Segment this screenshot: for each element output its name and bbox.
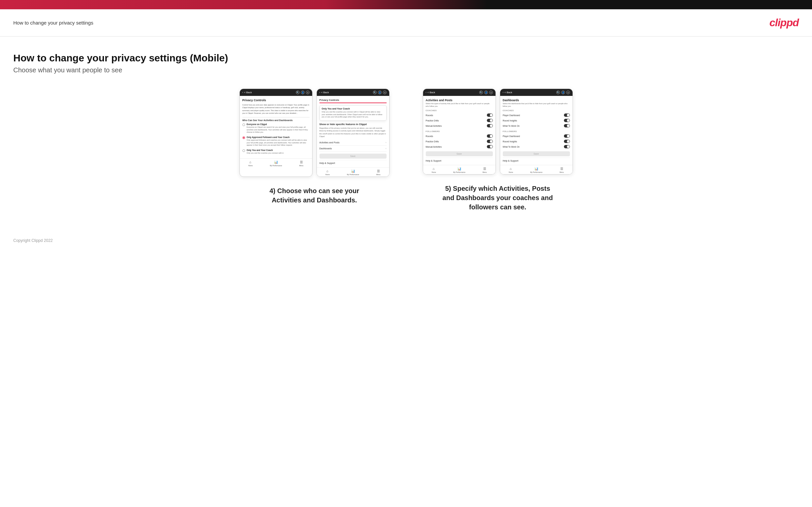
round-insights-coaches: Round Insights — [503, 118, 570, 123]
player-dash-followers-toggle[interactable] — [564, 134, 570, 138]
drills-followers-toggle[interactable] — [487, 140, 493, 143]
drills-coaches-label: Practice Drills — [426, 119, 439, 122]
radio-only-you[interactable] — [243, 149, 245, 152]
nav-menu-4[interactable]: ☰ Menu — [560, 167, 564, 173]
option-everyone-label: Everyone on Clippd — [247, 123, 309, 125]
chart-icon-2: 📊 — [351, 169, 355, 173]
manual-followers-toggle[interactable] — [487, 145, 493, 148]
back-label-2: < Back — [321, 91, 329, 94]
option-everyone[interactable]: Everyone on Clippd Everyone on Clippd ca… — [243, 123, 309, 134]
search-icon-1[interactable]: 🔍 — [296, 91, 300, 94]
back-label-3: < Back — [427, 91, 435, 94]
home-icon-2: ⌂ — [326, 169, 328, 173]
back-button-2[interactable]: ‹ < Back — [319, 91, 329, 94]
round-insights-coaches-toggle[interactable] — [564, 119, 570, 122]
player-dash-coaches-toggle[interactable] — [564, 113, 570, 117]
manual-followers-label: Manual Activities — [426, 146, 442, 148]
search-icon-2[interactable]: 🔍 — [373, 91, 376, 94]
header: How to change your privacy settings clip… — [0, 9, 812, 37]
round-insights-followers-toggle[interactable] — [564, 140, 570, 143]
save-btn-2[interactable]: Save — [319, 154, 387, 159]
back-button-1[interactable]: ‹ < Back — [243, 91, 252, 94]
back-button-4[interactable]: ‹ < Back — [503, 91, 512, 94]
help-support-2: Help & Support — [319, 160, 387, 166]
phones-pair-2: ‹ < Back 🔍 👤 ⚙ Activities and Posts Sele… — [423, 89, 573, 174]
nav-menu-2[interactable]: ☰ Menu — [376, 169, 380, 175]
bottom-nav-1: ⌂ Home 📊 My Performance ☰ Menu — [240, 158, 312, 168]
option-followers-coach[interactable]: Only Approved Followers and Your Coach O… — [243, 136, 309, 147]
rounds-followers-toggle[interactable] — [487, 134, 493, 138]
person-icon-2[interactable]: 👤 — [378, 91, 382, 94]
search-icon-4[interactable]: 🔍 — [556, 91, 560, 94]
save-btn-4[interactable]: Save — [503, 151, 570, 156]
bottom-nav-3: ⌂ Home 📊 My Performance ☰ Menu — [423, 165, 496, 174]
manual-coaches: Manual Activities — [426, 123, 493, 128]
back-arrow-3: ‹ — [426, 91, 427, 94]
topbar-icons-4: 🔍 👤 ⚙ — [556, 91, 570, 94]
player-dash-followers-label: Player Dashboard — [503, 135, 520, 137]
nav-performance-2[interactable]: 📊 My Performance — [347, 169, 359, 175]
show-hide-section: Show or hide specific features in Clippd… — [319, 123, 387, 159]
activities-posts-label: Activities and Posts — [319, 142, 340, 144]
nav-performance-3[interactable]: 📊 My Performance — [453, 167, 466, 173]
search-icon-3[interactable]: 🔍 — [479, 91, 483, 94]
rounds-followers-label: Rounds — [426, 135, 433, 137]
rounds-coaches-toggle[interactable] — [487, 113, 493, 117]
nav-home-2[interactable]: ⌂ Home — [325, 169, 329, 175]
player-dash-coaches: Player Dashboard — [503, 112, 570, 118]
top-bar-gradient — [0, 0, 812, 9]
round-insights-coaches-label: Round Insights — [503, 119, 517, 122]
menu-icon-2: ☰ — [377, 169, 380, 173]
nav-home-4[interactable]: ⌂ Home — [508, 167, 513, 173]
settings-icon-2[interactable]: ⚙ — [383, 91, 387, 94]
nav-home-1[interactable]: ⌂ Home — [248, 160, 252, 167]
nav-menu-1[interactable]: ☰ Menu — [299, 160, 304, 167]
person-icon-4[interactable]: 👤 — [561, 91, 565, 94]
manual-coaches-label: Manual Activities — [426, 125, 442, 127]
header-title: How to change your privacy settings — [13, 20, 93, 25]
radio-followers-coach[interactable] — [243, 136, 245, 139]
save-btn-3[interactable]: Save — [426, 151, 493, 156]
phone-topbar-1: ‹ < Back 🔍 👤 ⚙ — [240, 89, 312, 96]
settings-icon-1[interactable]: ⚙ — [306, 91, 309, 94]
what-to-work-followers-toggle[interactable] — [564, 145, 570, 148]
nav-performance-4[interactable]: 📊 My Performance — [530, 167, 543, 173]
option-everyone-text: Everyone on Clippd Everyone on Clippd ca… — [247, 123, 309, 134]
radio-everyone[interactable] — [243, 123, 245, 126]
activities-posts-row[interactable]: Activities and Posts › — [319, 140, 387, 146]
nav-menu-3[interactable]: ☰ Menu — [483, 167, 487, 173]
menu-icon-4: ☰ — [560, 167, 563, 171]
what-to-work-coaches-toggle[interactable] — [564, 124, 570, 127]
dashboards-row[interactable]: Dashboards › — [319, 146, 387, 152]
coaches-label-3: COACHES — [426, 110, 493, 111]
phone-topbar-2: ‹ < Back 🔍 👤 ⚙ — [317, 89, 389, 96]
drills-coaches-toggle[interactable] — [487, 119, 493, 122]
home-icon-1: ⌂ — [249, 160, 251, 164]
phone-topbar-4: ‹ < Back 🔍 👤 ⚙ — [500, 89, 572, 96]
screenshots-row: ‹ < Back 🔍 👤 ⚙ Privacy Controls Control … — [13, 89, 799, 212]
option-only-you[interactable]: Only You and Your Coach Only you and the… — [243, 149, 309, 155]
person-icon-3[interactable]: 👤 — [484, 91, 488, 94]
back-label-1: < Back — [244, 91, 252, 94]
settings-icon-4[interactable]: ⚙ — [566, 91, 570, 94]
top-bar — [0, 0, 812, 9]
rounds-followers: Rounds — [426, 133, 493, 139]
nav-home-3[interactable]: ⌂ Home — [432, 167, 436, 173]
back-label-4: < Back — [504, 91, 512, 94]
back-button-3[interactable]: ‹ < Back — [426, 91, 436, 94]
menu-icon-3: ☰ — [483, 167, 486, 171]
settings-icon-3[interactable]: ⚙ — [489, 91, 493, 94]
caption-1: 4) Choose who can see your Activities an… — [258, 186, 371, 205]
logo: clippd — [769, 16, 799, 29]
rounds-coaches: Rounds — [426, 112, 493, 118]
option-only-you-text: Only You and Your Coach Only you and the… — [247, 149, 284, 155]
person-icon-1[interactable]: 👤 — [301, 91, 305, 94]
show-hide-title: Show or hide specific features in Clippd — [319, 123, 387, 126]
manual-coaches-toggle[interactable] — [487, 124, 493, 127]
chart-icon-3: 📊 — [457, 167, 461, 171]
rounds-coaches-label: Rounds — [426, 114, 433, 116]
performance-label-1: My Performance — [270, 165, 282, 167]
home-icon-3: ⌂ — [433, 167, 435, 171]
nav-performance-1[interactable]: 📊 My Performance — [270, 160, 282, 167]
back-arrow-1: ‹ — [243, 91, 244, 94]
